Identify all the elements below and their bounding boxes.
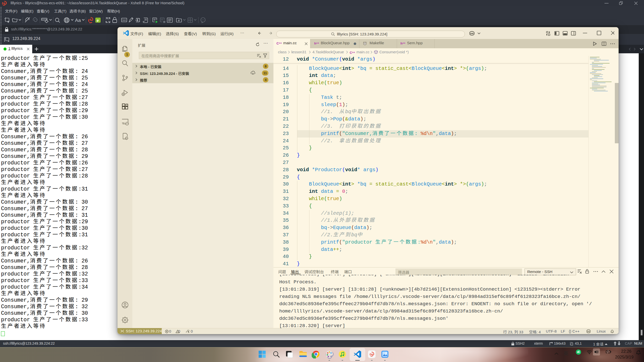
svg-text:e: e [97, 18, 99, 23]
svg-text:Aa: Aa [75, 18, 81, 23]
